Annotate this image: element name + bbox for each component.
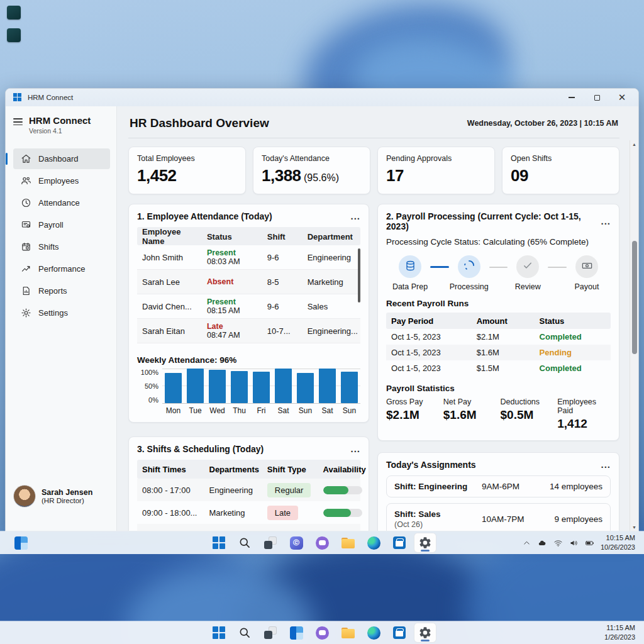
more-menu-icon[interactable]: ... — [601, 219, 611, 224]
sidebar-user[interactable]: Sarah Jensen (HR Director) — [13, 485, 110, 524]
sidebar-item-attendance[interactable]: Attendance — [13, 192, 110, 213]
main-scrollbar[interactable]: ▲ ▼ — [630, 140, 638, 531]
more-menu-icon[interactable]: ... — [601, 462, 611, 467]
desktop-shortcut-icon[interactable] — [7, 6, 21, 19]
sidebar-item-performance[interactable]: Performance — [13, 258, 110, 279]
table-scrollbar[interactable] — [358, 248, 360, 303]
scroll-up-icon[interactable]: ▲ — [632, 140, 636, 148]
settings-app-button[interactable] — [414, 623, 436, 642]
maximize-button[interactable] — [584, 89, 609, 106]
taskbar-clock[interactable]: 11:15 AM 1/26/2023 — [604, 623, 635, 642]
step-connector — [548, 267, 567, 268]
windows-start-icon — [213, 626, 225, 639]
start-button[interactable] — [208, 623, 230, 642]
desktop-shortcut-icon[interactable] — [7, 28, 21, 42]
report-document-icon — [21, 286, 31, 296]
file-explorer-button[interactable] — [337, 623, 358, 642]
search-button[interactable] — [234, 623, 255, 642]
step-connector — [489, 267, 508, 268]
user-role: (HR Director) — [42, 497, 92, 504]
table-row: Oct 1-5, 2023$1.5M Completed — [386, 360, 611, 376]
edge-button[interactable] — [363, 623, 384, 642]
settings-app-button[interactable] — [414, 533, 436, 552]
more-menu-icon[interactable]: ... — [351, 447, 361, 452]
hamburger-menu-icon[interactable] — [13, 118, 23, 125]
chart-bar — [341, 372, 358, 403]
stat-card-open-shifts: Open Shifts 09 — [502, 147, 619, 194]
taskbar: ⓒ 10:15 AM 10/26/2023 — [0, 531, 644, 554]
start-button[interactable] — [208, 533, 230, 552]
sidebar-item-payroll[interactable]: Payroll — [13, 214, 110, 235]
search-icon — [238, 536, 251, 549]
task-view-button[interactable] — [260, 533, 281, 552]
list-item[interactable]: Shift: Sales(Oct 26) 10AM-7PM 9 employee… — [386, 503, 611, 531]
database-icon — [404, 260, 416, 274]
sidebar-item-employees[interactable]: Employees — [13, 170, 110, 191]
trend-up-icon — [21, 264, 31, 274]
chart-bar — [231, 371, 248, 403]
sidebar-item-label: Dashboard — [38, 154, 79, 164]
secondary-taskbar: 11:15 AM 1/26/2023 — [0, 621, 644, 644]
sidebar-item-label: Reports — [38, 286, 67, 296]
more-menu-icon[interactable]: ... — [351, 214, 361, 219]
table-row: John Smith Present08:03 AM 9-6 Engineeri… — [137, 245, 360, 270]
store-button[interactable] — [389, 533, 410, 552]
banknote-icon — [581, 260, 593, 274]
weekly-attendance-chart: 100% 50% 0% — [137, 369, 360, 415]
sidebar-item-reports[interactable]: Reports — [13, 280, 110, 301]
onedrive-cloud-icon[interactable] — [538, 538, 547, 548]
table-row: Sarah Lee Absent 8-5 Marketing — [137, 270, 360, 294]
task-view-button[interactable] — [260, 623, 281, 642]
stat-card-total-employees: Total Employees 1,452 — [128, 147, 246, 194]
stat-label: Open Shifts — [511, 154, 611, 163]
chart-bar — [187, 369, 204, 403]
close-button[interactable]: ✕ — [609, 89, 635, 106]
store-icon — [393, 536, 406, 549]
sidebar-item-label: Shifts — [38, 242, 59, 252]
chevron-up-icon[interactable] — [522, 538, 531, 548]
minimize-button[interactable] — [559, 89, 584, 106]
recent-payroll-runs-title: Recent Payroll Runs — [386, 299, 611, 308]
page-title: HR Dashboard Overview — [130, 116, 269, 130]
chart-bar — [165, 373, 182, 403]
scroll-down-icon[interactable]: ▼ — [632, 523, 636, 531]
volume-icon[interactable] — [569, 538, 579, 548]
availability-bar — [323, 509, 362, 517]
main-content: HR Dashboard Overview Wednesday, October… — [117, 106, 638, 531]
chat-button[interactable] — [311, 533, 333, 552]
chart-bar — [275, 369, 292, 403]
sidebar-item-dashboard[interactable]: Dashboard — [13, 148, 110, 169]
sidebar-item-shifts[interactable]: Shifts — [13, 236, 110, 257]
gear-icon — [21, 308, 31, 318]
search-button[interactable] — [234, 533, 255, 552]
step-payout: Payout — [567, 255, 607, 291]
taskbar-clock[interactable]: 10:15 AM 10/26/2023 — [601, 533, 635, 552]
spinner-icon — [463, 259, 475, 274]
check-icon — [522, 260, 533, 274]
copilot-button[interactable]: ⓒ — [286, 533, 307, 552]
list-item[interactable]: Shift: Engineering 9AM-6PM 14 employees — [386, 475, 611, 497]
payroll-statistics-title: Payroll Statistics — [386, 384, 611, 393]
weekly-attendance-label: Weekly Attendance: 96% — [137, 355, 360, 365]
edge-button[interactable] — [363, 533, 384, 552]
sidebar-item-label: Attendance — [38, 198, 80, 208]
scrollbar-thumb[interactable] — [632, 241, 637, 354]
status-badge: Completed — [535, 332, 611, 341]
widgets-button[interactable] — [286, 623, 307, 642]
status-badge: Pending — [535, 348, 611, 357]
widgets-button[interactable] — [10, 533, 31, 552]
chat-button[interactable] — [311, 623, 333, 642]
hrm-connect-window: HRM Connect ✕ HRM Connect Version 4.1 — [5, 88, 639, 531]
stat-label: Today's Attendance — [262, 154, 362, 163]
payroll-status-line: Processing Cycle Status: Calculating (65… — [386, 237, 611, 247]
file-explorer-button[interactable] — [337, 533, 358, 552]
status-badge: Completed — [535, 364, 611, 373]
battery-icon[interactable] — [585, 538, 594, 548]
store-button[interactable] — [389, 623, 410, 642]
chart-bar — [297, 373, 314, 403]
assignments-title: Today's Assignments — [386, 460, 476, 470]
wifi-icon[interactable] — [553, 538, 563, 548]
sidebar-item-settings[interactable]: Settings — [13, 303, 110, 323]
window-titlebar[interactable]: HRM Connect ✕ — [6, 89, 638, 106]
stat-value: 09 — [511, 166, 611, 186]
